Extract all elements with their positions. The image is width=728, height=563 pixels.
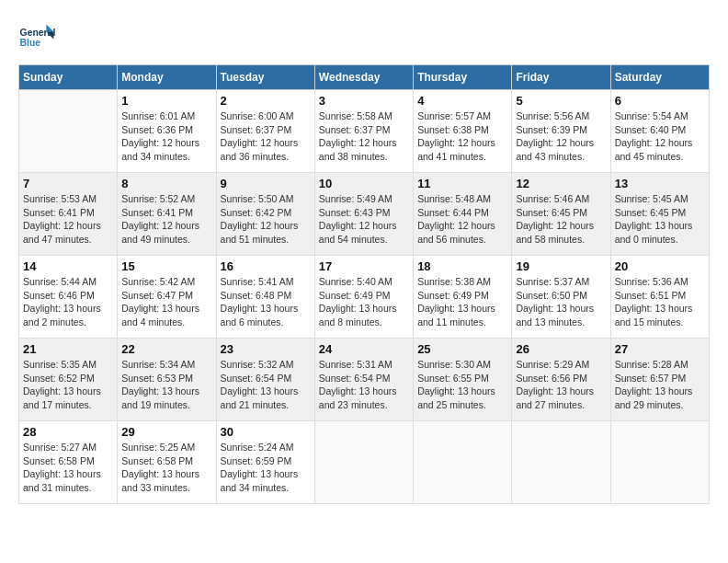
weekday-header-row: SundayMondayTuesdayWednesdayThursdayFrid… (19, 65, 710, 90)
header: General Blue (18, 18, 710, 55)
day-info: Sunrise: 5:40 AM Sunset: 6:49 PM Dayligh… (319, 275, 409, 329)
sunrise: Sunrise: 5:30 AM (417, 358, 507, 372)
daylight: Daylight: 12 hours and 49 minutes. (121, 219, 211, 246)
day-info: Sunrise: 5:38 AM Sunset: 6:49 PM Dayligh… (417, 275, 507, 329)
day-info: Sunrise: 5:34 AM Sunset: 6:53 PM Dayligh… (121, 358, 211, 412)
day-number: 3 (319, 94, 409, 108)
day-number: 28 (23, 425, 113, 439)
sunrise: Sunrise: 5:54 AM (615, 109, 705, 123)
day-info: Sunrise: 5:52 AM Sunset: 6:41 PM Dayligh… (121, 192, 211, 247)
sunrise: Sunrise: 5:27 AM (23, 441, 113, 454)
weekday-header-thursday: Thursday (414, 65, 512, 90)
day-number: 11 (417, 177, 507, 190)
daylight: Daylight: 12 hours and 43 minutes. (516, 136, 606, 163)
sunrise: Sunrise: 5:56 AM (516, 109, 606, 123)
sunset: Sunset: 6:49 PM (319, 289, 409, 303)
calendar-cell: 10 Sunrise: 5:49 AM Sunset: 6:43 PM Dayl… (314, 173, 413, 256)
svg-text:Blue: Blue (20, 38, 41, 48)
calendar-cell (314, 421, 413, 504)
calendar-cell: 2 Sunrise: 6:00 AM Sunset: 6:37 PM Dayli… (216, 90, 314, 173)
daylight: Daylight: 13 hours and 21 minutes. (221, 385, 311, 411)
sunrise: Sunrise: 6:01 AM (121, 109, 211, 123)
sunrise: Sunrise: 5:52 AM (121, 192, 211, 206)
calendar-cell: 26 Sunrise: 5:29 AM Sunset: 6:56 PM Dayl… (512, 339, 610, 421)
sunset: Sunset: 6:41 PM (121, 206, 211, 220)
sunrise: Sunrise: 6:00 AM (221, 109, 311, 123)
sunrise: Sunrise: 5:41 AM (221, 275, 311, 289)
daylight: Daylight: 13 hours and 13 minutes. (516, 302, 606, 328)
day-info: Sunrise: 5:50 AM Sunset: 6:42 PM Dayligh… (221, 192, 311, 247)
daylight: Daylight: 13 hours and 33 minutes. (121, 467, 211, 494)
weekday-header-wednesday: Wednesday (314, 65, 413, 90)
weekday-header-tuesday: Tuesday (216, 65, 314, 90)
sunrise: Sunrise: 5:38 AM (417, 275, 507, 289)
daylight: Daylight: 13 hours and 15 minutes. (615, 302, 705, 328)
sunrise: Sunrise: 5:45 AM (615, 192, 705, 206)
calendar-cell: 29 Sunrise: 5:25 AM Sunset: 6:58 PM Dayl… (118, 421, 216, 504)
daylight: Daylight: 12 hours and 56 minutes. (417, 219, 507, 246)
sunset: Sunset: 6:59 PM (221, 454, 311, 468)
daylight: Daylight: 12 hours and 38 minutes. (319, 136, 409, 163)
weekday-header-saturday: Saturday (610, 65, 709, 90)
weekday-header-sunday: Sunday (19, 65, 118, 90)
week-row-5: 28 Sunrise: 5:27 AM Sunset: 6:58 PM Dayl… (19, 421, 710, 504)
calendar-cell (610, 421, 709, 504)
sunset: Sunset: 6:39 PM (516, 123, 606, 137)
calendar-cell: 1 Sunrise: 6:01 AM Sunset: 6:36 PM Dayli… (118, 90, 216, 173)
sunrise: Sunrise: 5:58 AM (319, 109, 409, 123)
sunset: Sunset: 6:50 PM (516, 289, 606, 303)
day-info: Sunrise: 5:58 AM Sunset: 6:37 PM Dayligh… (319, 109, 409, 164)
sunrise: Sunrise: 5:50 AM (221, 192, 311, 206)
day-info: Sunrise: 5:48 AM Sunset: 6:44 PM Dayligh… (417, 192, 507, 247)
day-number: 7 (23, 177, 113, 190)
day-info: Sunrise: 5:32 AM Sunset: 6:54 PM Dayligh… (221, 358, 311, 412)
calendar-cell (512, 421, 610, 504)
daylight: Daylight: 12 hours and 36 minutes. (221, 136, 311, 163)
calendar-cell: 15 Sunrise: 5:42 AM Sunset: 6:47 PM Dayl… (118, 256, 216, 339)
day-info: Sunrise: 5:41 AM Sunset: 6:48 PM Dayligh… (221, 275, 311, 329)
sunset: Sunset: 6:44 PM (417, 206, 507, 220)
day-number: 29 (121, 425, 211, 439)
day-number: 12 (516, 177, 606, 190)
sunset: Sunset: 6:51 PM (615, 289, 705, 303)
sunset: Sunset: 6:58 PM (23, 454, 113, 468)
day-number: 14 (23, 259, 113, 273)
calendar-table: SundayMondayTuesdayWednesdayThursdayFrid… (18, 64, 710, 504)
sunset: Sunset: 6:37 PM (319, 123, 409, 137)
daylight: Daylight: 13 hours and 23 minutes. (319, 385, 409, 411)
sunset: Sunset: 6:38 PM (417, 123, 507, 137)
sunrise: Sunrise: 5:57 AM (417, 109, 507, 123)
day-number: 15 (121, 259, 211, 273)
calendar-cell: 22 Sunrise: 5:34 AM Sunset: 6:53 PM Dayl… (118, 339, 216, 421)
day-info: Sunrise: 5:36 AM Sunset: 6:51 PM Dayligh… (615, 275, 705, 329)
day-number: 2 (221, 94, 311, 108)
day-info: Sunrise: 5:49 AM Sunset: 6:43 PM Dayligh… (319, 192, 409, 247)
day-info: Sunrise: 5:29 AM Sunset: 6:56 PM Dayligh… (516, 358, 606, 412)
day-number: 8 (121, 177, 211, 190)
sunset: Sunset: 6:45 PM (516, 206, 606, 220)
calendar-cell: 11 Sunrise: 5:48 AM Sunset: 6:44 PM Dayl… (414, 173, 512, 256)
sunset: Sunset: 6:37 PM (221, 123, 311, 137)
sunrise: Sunrise: 5:48 AM (417, 192, 507, 206)
daylight: Daylight: 12 hours and 34 minutes. (121, 136, 211, 163)
daylight: Daylight: 13 hours and 29 minutes. (615, 385, 705, 411)
day-number: 6 (615, 94, 705, 108)
calendar-cell: 5 Sunrise: 5:56 AM Sunset: 6:39 PM Dayli… (512, 90, 610, 173)
day-number: 20 (615, 259, 705, 273)
calendar-cell: 23 Sunrise: 5:32 AM Sunset: 6:54 PM Dayl… (216, 339, 314, 421)
daylight: Daylight: 12 hours and 47 minutes. (23, 219, 113, 246)
daylight: Daylight: 12 hours and 41 minutes. (417, 136, 507, 163)
daylight: Daylight: 13 hours and 27 minutes. (516, 385, 606, 411)
calendar-cell: 3 Sunrise: 5:58 AM Sunset: 6:37 PM Dayli… (314, 90, 413, 173)
calendar-cell: 16 Sunrise: 5:41 AM Sunset: 6:48 PM Dayl… (216, 256, 314, 339)
day-number: 26 (516, 342, 606, 356)
calendar-cell: 19 Sunrise: 5:37 AM Sunset: 6:50 PM Dayl… (512, 256, 610, 339)
sunrise: Sunrise: 5:35 AM (23, 358, 113, 372)
daylight: Daylight: 13 hours and 6 minutes. (221, 302, 311, 328)
day-number: 16 (221, 259, 311, 273)
calendar-cell: 25 Sunrise: 5:30 AM Sunset: 6:55 PM Dayl… (414, 339, 512, 421)
sunset: Sunset: 6:54 PM (319, 372, 409, 385)
day-number: 27 (615, 342, 705, 356)
logo: General Blue (18, 18, 55, 55)
sunset: Sunset: 6:43 PM (319, 206, 409, 220)
